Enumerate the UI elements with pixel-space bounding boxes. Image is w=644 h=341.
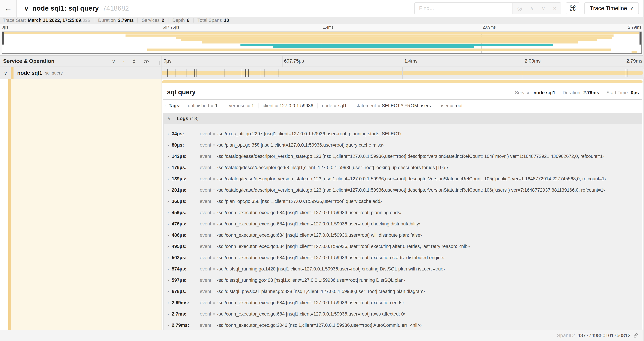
meta-divider (602, 91, 603, 95)
minimap-canvas[interactable] (2, 32, 642, 54)
log-expand-icon[interactable]: › (168, 131, 169, 137)
page-title: node sql1: sql query (32, 5, 99, 12)
log-entry-row[interactable]: ›201μs:event=‹sql/catalog/lease/descript… (164, 185, 642, 196)
log-expand-icon[interactable]: › (168, 311, 169, 317)
log-equals: = (213, 210, 215, 215)
log-entry-row[interactable]: ›486μs:event=‹sql/conn_executor_exec.go:… (164, 230, 642, 241)
log-expand-icon[interactable]: › (168, 221, 169, 227)
log-expand-icon[interactable]: › (168, 244, 169, 249)
expand-all-icon[interactable]: ≫ (144, 58, 150, 65)
log-event-mark (241, 69, 241, 77)
log-expand-icon[interactable]: › (168, 255, 169, 260)
log-field-name: event (200, 289, 211, 294)
log-field-name: event (200, 300, 211, 305)
timeline-gridline (402, 67, 403, 79)
span-name-cell[interactable]: ∨ node sql1 sql query (0, 67, 162, 79)
logs-header[interactable]: ∨ Logs (18) (164, 113, 642, 124)
log-entry-row[interactable]: ›2.79ms:event=‹sql/conn_executor_exec.go… (164, 320, 642, 331)
log-value: ‹sql/distsql_running.go:498 [nsql1,clien… (217, 278, 405, 283)
log-entry-row[interactable]: ›597μs:event=‹sql/distsql_running.go:498… (164, 275, 642, 286)
log-field-name: event (200, 311, 211, 317)
log-entry-row[interactable]: ›459μs:event=‹sql/conn_executor_exec.go:… (164, 207, 642, 218)
back-button[interactable]: ← (0, 0, 16, 17)
summary-label: Depth (172, 18, 185, 23)
log-entry-row[interactable]: ›495μs:event=‹sql/conn_executor_exec.go:… (164, 241, 642, 252)
log-timestamp: 201μs: (172, 187, 197, 193)
next-result-icon[interactable]: ∨ (541, 5, 545, 12)
log-event-mark (192, 69, 192, 77)
log-field-name: event (200, 244, 211, 249)
log-value: ‹sql/catalog/lease/descriptor_version_st… (217, 176, 606, 182)
log-entry-row[interactable]: ›574μs:event=‹sql/distsql_running.go:142… (164, 263, 642, 275)
find-input[interactable] (414, 3, 512, 14)
tags-row[interactable]: › Tags: _unfinished=1_verbose=1client=12… (162, 100, 643, 112)
log-event-mark (261, 69, 261, 77)
log-entry-row[interactable]: ›366μs:event=‹sql/plan_opt.go:358 [nsql1… (164, 196, 642, 207)
collapse-all-icon[interactable]: ∨ (112, 58, 116, 65)
log-expand-icon[interactable]: › (168, 289, 169, 294)
span-collapse-icon[interactable]: ∨ (4, 70, 8, 76)
log-expand-icon[interactable]: › (168, 300, 169, 305)
trace-view-selector[interactable]: Trace Timeline ∨ (584, 2, 639, 14)
log-field-name: event (200, 187, 211, 193)
log-expand-icon[interactable]: › (168, 176, 169, 182)
log-expand-icon[interactable]: › (168, 266, 169, 272)
log-expand-icon[interactable]: › (168, 232, 169, 238)
column-resizer-grip[interactable] (158, 61, 160, 65)
log-entry-row[interactable]: ›80μs:event=‹sql/plan_opt.go:358 [nsql1,… (164, 140, 642, 151)
clear-search-icon[interactable]: × (553, 5, 556, 12)
log-field-name: event (200, 210, 211, 215)
locate-icon[interactable]: ◎ (517, 5, 522, 12)
detail-accent-strip (8, 79, 11, 330)
expand-one-icon[interactable]: › (122, 58, 124, 64)
log-expand-icon[interactable]: › (168, 154, 169, 159)
log-event-mark (245, 69, 246, 77)
log-equals: = (213, 267, 215, 271)
log-value: ‹sql/conn_executor_exec.go:684 [nsql1,cl… (217, 210, 402, 215)
log-field-name: event (200, 323, 211, 328)
log-expand-icon[interactable]: › (168, 165, 169, 170)
log-expand-icon[interactable]: › (168, 323, 169, 328)
minimap-right-drag-handle[interactable] (640, 32, 641, 45)
log-expand-icon[interactable]: › (168, 278, 169, 283)
minimap-left-drag-handle[interactable] (2, 32, 4, 45)
tags-expand-icon[interactable]: › (164, 103, 166, 109)
trace-collapse-icon[interactable]: ∨ (24, 4, 29, 12)
link-icon[interactable] (633, 332, 639, 338)
log-entry-row[interactable]: ›142μs:event=‹sql/catalog/lease/descript… (164, 151, 642, 162)
log-equals: = (213, 323, 215, 328)
span-bar-cell[interactable] (162, 67, 643, 79)
log-entry-row[interactable]: ›189μs:event=‹sql/catalog/lease/descript… (164, 173, 642, 185)
log-expand-icon[interactable]: › (168, 199, 169, 204)
log-entry-row[interactable]: ›2.7ms:event=‹sql/conn_executor_exec.go:… (164, 308, 642, 320)
log-timestamp: 34μs: (172, 131, 197, 137)
log-timestamp: 476μs: (172, 221, 197, 227)
minimap-span-bar (273, 46, 474, 48)
log-entry-row[interactable]: ›502μs:event=‹sql/conn_executor_exec.go:… (164, 252, 642, 263)
log-entry-row[interactable]: ›2.69ms:event=‹sql/conn_executor_exec.go… (164, 297, 642, 308)
prev-result-icon[interactable]: ∧ (530, 5, 534, 12)
log-expand-icon[interactable]: › (168, 142, 169, 148)
log-event-mark (244, 69, 244, 77)
tag-value: 127.0.0.1:59936 (280, 103, 313, 109)
collapse-deep-icon[interactable]: ≫ (131, 58, 137, 64)
tag-value: sql1 (338, 103, 347, 109)
log-entry-row[interactable]: ›176μs:event=‹sql/catalog/descs/descript… (164, 162, 642, 173)
timeline-gridline (403, 56, 403, 67)
log-timestamp: 176μs: (172, 165, 197, 170)
span-accent-strip (11, 67, 14, 79)
span-service-name: node sql1 (17, 70, 42, 76)
log-entry-row[interactable]: ›476μs:event=‹sql/conn_executor_exec.go:… (164, 218, 642, 230)
service-value: node sql1 (534, 90, 555, 96)
logs-collapse-icon[interactable]: ∨ (168, 116, 171, 121)
log-entry-row[interactable]: ›34μs:event=‹sql/exec_util.go:2297 [nsql… (164, 128, 642, 140)
find-controls: ◎ ∧ ∨ × (512, 3, 561, 14)
log-expand-icon[interactable]: › (168, 210, 169, 215)
keyboard-shortcuts-button[interactable]: ⌘ (566, 2, 580, 14)
tag-equals: = (334, 103, 336, 108)
timeline-gridline (643, 56, 644, 67)
timeline-tick-label: 2.09ms (523, 58, 541, 64)
log-entry-row[interactable]: ›678μs:event=‹sql/distsql_physical_plann… (164, 286, 642, 297)
log-expand-icon[interactable]: › (168, 187, 169, 193)
minimap-span-bar (240, 44, 553, 46)
